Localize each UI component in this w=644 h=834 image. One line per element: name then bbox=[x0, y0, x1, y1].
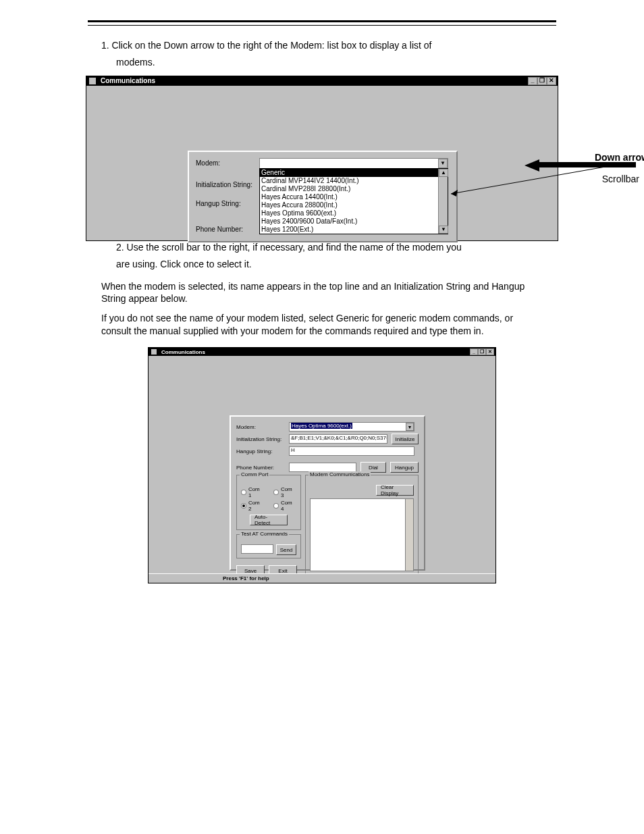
dropdown-option[interactable]: Cardinal MVP288I 28800(Int.) bbox=[260, 185, 448, 193]
dropdown-arrow-icon[interactable]: ▼ bbox=[438, 159, 448, 168]
minimize-button[interactable]: _ bbox=[470, 348, 478, 355]
dropdown-option[interactable]: Hayes 1200(Ext.) bbox=[260, 226, 448, 234]
close-button[interactable]: ✕ bbox=[486, 348, 494, 355]
window-title: Communications bbox=[101, 77, 155, 84]
document-page: 1. Click on the Down arrow to the right … bbox=[0, 0, 644, 834]
scroll-down-icon[interactable]: ▼ bbox=[439, 226, 448, 234]
dropdown-option[interactable]: Hayes 2400/9600 Data/Fax(Int.) bbox=[260, 217, 448, 226]
annotation-label-scrollbar: Scrollbar bbox=[602, 174, 639, 184]
system-menu-icon[interactable] bbox=[151, 349, 157, 355]
hangup-button[interactable]: Hangup bbox=[390, 462, 419, 473]
label-phone-number: Phone Number: bbox=[196, 226, 254, 233]
radio-label: Com 4 bbox=[281, 500, 296, 512]
dropdown-option[interactable]: Generic bbox=[260, 169, 448, 177]
label-test-at: Test AT Commands bbox=[240, 531, 289, 537]
scroll-up-icon[interactable]: ▲ bbox=[439, 169, 448, 177]
hangup-string-input[interactable]: H bbox=[289, 446, 414, 456]
send-button[interactable]: Send bbox=[276, 544, 296, 555]
modem-dropdown-list[interactable]: Generic Cardinal MVP144IV2 14400(Int.) C… bbox=[259, 168, 448, 234]
test-at-group: Test AT Commands Send bbox=[236, 534, 301, 558]
paragraph-after-1: When the modem is selected, its name app… bbox=[101, 280, 543, 306]
system-menu-icon[interactable] bbox=[89, 78, 96, 84]
radio-com4[interactable]: Com 4 bbox=[273, 500, 296, 512]
radio-com3[interactable]: Com 3 bbox=[273, 486, 296, 498]
modem-output-list[interactable] bbox=[310, 498, 414, 571]
rule-top bbox=[88, 20, 556, 22]
dropdown-option[interactable]: Hayes Accura 28800(Int.) bbox=[260, 201, 448, 209]
minimize-button[interactable]: _ bbox=[528, 77, 537, 85]
dropdown-option[interactable]: Cardinal MVP144IV2 14400(Int.) bbox=[260, 177, 448, 185]
label-modem-communications: Modem Communications bbox=[308, 471, 371, 477]
modem-combobox[interactable]: Hayes Optima 9600(ext.) ▼ bbox=[289, 422, 414, 432]
settings-panel: Modem: Hayes Optima 9600(ext.) ▼ Initial… bbox=[230, 415, 425, 571]
instruction-step1-l1: 1. Click on the Down arrow to the right … bbox=[101, 39, 556, 52]
radio-label: Com 2 bbox=[248, 500, 264, 512]
label-comm-port: Comm Port bbox=[240, 471, 269, 477]
clear-display-button[interactable]: Clear Display bbox=[376, 485, 414, 496]
radio-com2[interactable]: Com 2 bbox=[241, 500, 264, 512]
comm-port-group: Comm Port Com 1 Com 3 Com 2 Com 4 Auto-D… bbox=[236, 475, 301, 530]
status-bar: Press 'F1' for help bbox=[149, 573, 495, 583]
window-title: Communications bbox=[161, 349, 205, 355]
dropdown-arrow-icon[interactable]: ▼ bbox=[406, 423, 414, 431]
maximize-button[interactable]: ❐ bbox=[537, 77, 547, 85]
screenshot-communications-dropdown: Communications _ ❐ ✕ Modem: ▼ Initializa… bbox=[86, 76, 558, 241]
modem-combobox[interactable]: ▼ bbox=[259, 158, 448, 169]
label-hangup-string: Hangup String: bbox=[236, 448, 285, 454]
annotation-label-down-arrow: Down arrow bbox=[595, 152, 644, 163]
radio-label: Com 3 bbox=[281, 486, 296, 498]
label-hangup-string: Hangup String: bbox=[196, 200, 254, 207]
auto-detect-button[interactable]: Auto-Detect bbox=[250, 515, 288, 525]
initialize-button[interactable]: Initialize bbox=[392, 434, 419, 444]
rule-sub bbox=[88, 25, 556, 26]
titlebar: Communications _ ❐ ✕ bbox=[149, 348, 495, 356]
phone-number-input[interactable] bbox=[289, 463, 356, 472]
dropdown-scrollbar[interactable]: ▲ ▼ bbox=[438, 169, 448, 234]
radio-com1[interactable]: Com 1 bbox=[241, 486, 264, 498]
modem-selected-value: Hayes Optima 9600(ext.) bbox=[291, 423, 352, 429]
label-init-string: Initialization String: bbox=[196, 181, 254, 188]
instruction-step1-l2: modems. bbox=[116, 56, 556, 69]
modem-communications-group: Modem Communications Clear Display bbox=[305, 475, 419, 576]
list-scrollbar[interactable] bbox=[405, 499, 413, 571]
status-text: Press 'F1' for help bbox=[223, 575, 269, 581]
label-phone-number: Phone Number: bbox=[236, 465, 285, 471]
label-modem: Modem: bbox=[196, 159, 254, 167]
screenshot-communications-full: Communications _ ❐ ✕ Modem: Hayes Optima… bbox=[148, 347, 496, 583]
maximize-button[interactable]: ❐ bbox=[478, 348, 486, 355]
settings-panel: Modem: ▼ Initialization String: Hangup S… bbox=[188, 151, 458, 242]
radio-label: Com 1 bbox=[248, 486, 264, 498]
dropdown-option[interactable]: Hayes Accura 14400(Int.) bbox=[260, 193, 448, 201]
label-modem: Modem: bbox=[236, 424, 285, 430]
at-command-input[interactable] bbox=[241, 544, 273, 554]
instruction-step2-l1: 2. Use the scroll bar to the right, if n… bbox=[116, 241, 556, 254]
label-init-string: Initialization String: bbox=[236, 436, 285, 442]
dropdown-option[interactable]: Hayes Optima 9600(ext.) bbox=[260, 209, 448, 217]
init-string-input[interactable]: &F;B1;E1;V1;&K0;&C1;&R0;Q0;N0;S37=6;&D0;… bbox=[289, 434, 387, 444]
paragraph-after-2: If you do not see the name of your modem… bbox=[101, 312, 543, 338]
close-button[interactable]: ✕ bbox=[547, 77, 556, 85]
instruction-step2-l2: are using. Click once to select it. bbox=[116, 258, 556, 271]
titlebar: Communications _ ❐ ✕ bbox=[86, 76, 558, 86]
